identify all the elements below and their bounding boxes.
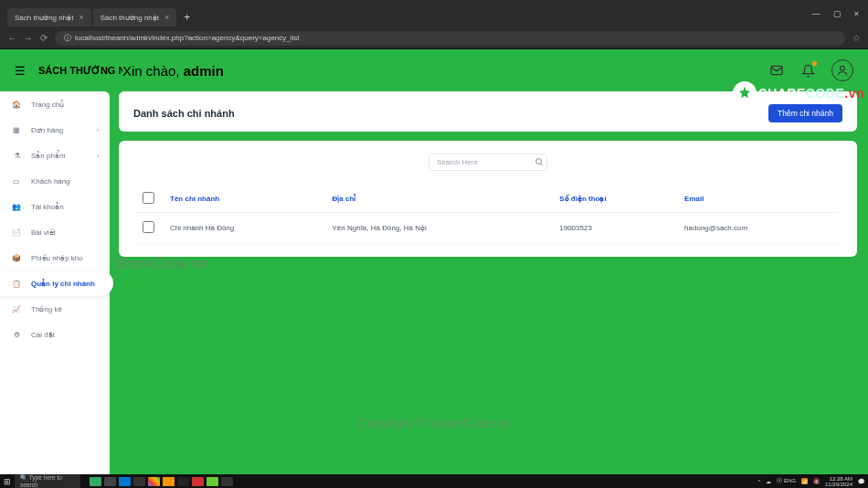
search-wrap: [429, 154, 547, 171]
sidebar-item-label: Cài đặt: [31, 331, 55, 339]
window-controls: — ▢ ×: [812, 0, 868, 27]
greeting-prefix: Xin chào,: [122, 63, 184, 79]
close-icon[interactable]: ×: [79, 13, 83, 22]
table-card: Tên chi nhánh Địa chỉ Số điện thoại Emai…: [119, 141, 857, 257]
search-icon[interactable]: [535, 157, 544, 168]
cell-address: Yên Nghĩa, Hà Đông, Hà Nội: [327, 213, 555, 244]
task-icon[interactable]: [90, 477, 101, 486]
tray-cloud-icon[interactable]: ☁: [766, 478, 771, 484]
sidebar-item-label: Đơn hàng: [31, 126, 63, 134]
task-icon[interactable]: [221, 477, 233, 486]
users-icon: 👥: [11, 201, 22, 212]
tray-sound-icon[interactable]: 🔇: [813, 478, 820, 484]
col-address[interactable]: Địa chỉ: [327, 186, 555, 213]
col-email[interactable]: Email: [679, 186, 839, 213]
sidebar-item-label: Thống kê: [31, 305, 62, 313]
search-input[interactable]: [429, 154, 547, 171]
avatar-icon[interactable]: [831, 59, 853, 81]
sidebar-item-products[interactable]: ⚗ Sản phẩm ›: [0, 143, 110, 168]
sidebar-item-label: Sản phẩm: [31, 152, 66, 160]
task-icon[interactable]: [192, 477, 204, 486]
chart-icon: 📈: [11, 303, 22, 314]
flask-icon: ⚗: [11, 150, 22, 161]
sidebar-item-accounts[interactable]: 👥 Tài khoản: [0, 194, 110, 219]
browser-toolbar: ← → ⟳ ⓘ localhost/theanh/admin/index.php…: [0, 27, 868, 49]
forward-button[interactable]: →: [24, 33, 33, 43]
browser-tab-strip: Sách thường nhật × Sách thường nhật × + …: [0, 0, 868, 27]
tray-time[interactable]: 12:28 AM: [825, 476, 852, 482]
sidebar-item-label: Bài viết: [31, 228, 56, 237]
task-icon[interactable]: [119, 477, 131, 486]
list-icon: 📋: [11, 278, 22, 289]
sidebar-item-label: Khách hàng: [31, 177, 70, 186]
address-bar[interactable]: ⓘ localhost/theanh/admin/index.php?actio…: [55, 31, 845, 46]
sidebar-item-orders[interactable]: ▦ Đơn hàng ›: [0, 117, 110, 143]
tray-date[interactable]: 11/29/2024: [825, 482, 852, 487]
bell-icon[interactable]: [800, 63, 815, 78]
tray-chevron-icon[interactable]: ^: [757, 479, 760, 484]
system-tray: ^ ☁ ⓥ ENG 📶 🔇 12:28 AM 11/29/2024 💬: [757, 476, 864, 487]
sidebar-item-settings[interactable]: ⚙ Cài đặt: [0, 322, 110, 347]
task-icon[interactable]: [148, 477, 160, 486]
chevron-right-icon: ›: [97, 127, 99, 133]
reload-button[interactable]: ⟳: [40, 33, 48, 43]
row-checkbox[interactable]: [143, 221, 154, 233]
gear-icon: ⚙: [11, 329, 22, 340]
cell-email: hadong@sach.com: [679, 213, 839, 244]
star-icon[interactable]: ☆: [852, 33, 861, 43]
svg-point-1: [841, 66, 845, 70]
branches-table: Tên chi nhánh Địa chỉ Số điện thoại Emai…: [137, 186, 839, 244]
close-window-icon[interactable]: ×: [854, 9, 859, 18]
card-icon: ▭: [11, 175, 22, 186]
brand-title: SÁCH THƯỜNG NHẬT: [38, 65, 122, 77]
add-branch-button[interactable]: Thêm chi nhánh: [768, 104, 842, 122]
sidebar-item-stats[interactable]: 📈 Thống kê: [0, 296, 110, 322]
task-icon[interactable]: [177, 477, 189, 486]
sidebar-item-posts[interactable]: 📄 Bài viết: [0, 219, 110, 245]
greeting: Xin chào, admin: [122, 63, 224, 79]
select-all-checkbox[interactable]: [143, 192, 154, 204]
sidebar-item-stock[interactable]: 📦 Phiếu nhập kho: [0, 245, 110, 271]
home-icon: 🏠: [11, 99, 22, 110]
chevron-right-icon: ›: [97, 153, 99, 159]
table-row[interactable]: Chi nhánh Hà Đông Yên Nghĩa, Hà Đông, Hà…: [137, 213, 839, 244]
taskbar-search[interactable]: 🔍 Type here to search: [15, 473, 80, 488]
close-icon[interactable]: ×: [164, 13, 169, 22]
sidebar-item-branches[interactable]: 📋 Quản lý chi nhánh: [0, 271, 113, 296]
tray-wifi-icon[interactable]: 📶: [801, 478, 808, 484]
app-root: ☰ SÁCH THƯỜNG NHẬT Xin chào, admin 🏠 Tra…: [0, 49, 868, 474]
table-header-row: Tên chi nhánh Địa chỉ Số điện thoại Emai…: [137, 186, 839, 213]
cell-name: Chi nhánh Hà Đông: [164, 213, 327, 244]
sidebar-item-home[interactable]: 🏠 Trang chủ: [0, 91, 110, 117]
grid-icon: ▦: [11, 124, 22, 135]
new-tab-button[interactable]: +: [178, 11, 196, 24]
taskbar: ⊞ 🔍 Type here to search ^ ☁ ⓥ ENG 📶 🔇 12…: [0, 474, 868, 488]
start-button[interactable]: ⊞: [4, 477, 11, 486]
browser-tab-1[interactable]: Sách thường nhật ×: [7, 8, 91, 27]
task-icon[interactable]: [104, 477, 116, 486]
tray-notifications-icon[interactable]: 💬: [858, 478, 864, 484]
minimize-icon[interactable]: —: [812, 9, 820, 18]
browser-tab-2[interactable]: Sách thường nhật ×: [93, 8, 177, 27]
col-name[interactable]: Tên chi nhánh: [164, 186, 327, 213]
tray-lang[interactable]: ⓥ ENG: [777, 477, 796, 485]
tab-title: Sách thường nhật: [101, 14, 159, 22]
sidebar-item-label: Trang chủ: [31, 101, 64, 109]
sidebar-item-label: Quản lý chi nhánh: [31, 280, 95, 288]
sidebar-item-label: Tài khoản: [31, 203, 64, 211]
taskbar-apps: [90, 477, 233, 486]
mail-icon[interactable]: [769, 63, 784, 78]
svg-point-2: [536, 158, 542, 164]
greeting-user: admin: [184, 63, 224, 79]
task-icon[interactable]: [133, 477, 145, 486]
maximize-icon[interactable]: ▢: [833, 9, 842, 18]
back-button[interactable]: ←: [7, 33, 16, 43]
task-icon[interactable]: [163, 477, 175, 486]
menu-toggle-icon[interactable]: ☰: [15, 64, 29, 78]
sidebar-item-label: Phiếu nhập kho: [31, 254, 83, 262]
col-phone[interactable]: Số điện thoại: [554, 186, 679, 213]
logo-share: SHARE: [758, 86, 806, 101]
task-icon[interactable]: [206, 477, 218, 486]
box-icon: 📦: [11, 252, 22, 263]
sidebar-item-customers[interactable]: ▭ Khách hàng: [0, 168, 110, 194]
